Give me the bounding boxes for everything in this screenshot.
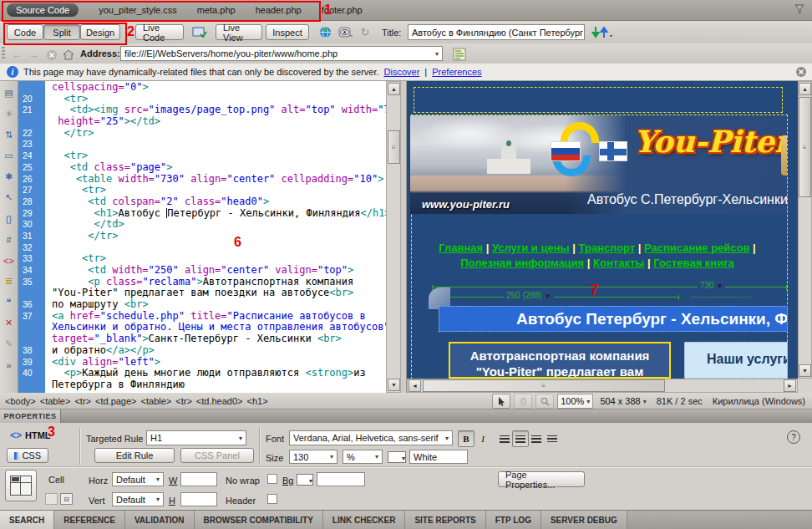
column-width-guide-250[interactable]	[437, 297, 679, 298]
live-view-options-icon[interactable]	[189, 24, 211, 40]
file-get-put-icons[interactable]	[588, 24, 617, 40]
italic-button[interactable]: I	[475, 430, 491, 447]
page-properties-button[interactable]: Page Properties...	[498, 471, 585, 487]
select-tool-icon[interactable]	[492, 394, 510, 409]
left-content-cell[interactable]: Автотранспортная компания "You-Piter" пр…	[449, 342, 671, 379]
remove-comment-icon[interactable]: ✕	[1, 313, 18, 333]
filter-funnel-icon[interactable]	[794, 3, 805, 15]
bg-color-field[interactable]	[317, 472, 365, 486]
magnification-combo[interactable]: 100%▾	[557, 394, 593, 409]
panel-tab-link-checker[interactable]: LINK CHECKER	[323, 511, 406, 529]
back-icon[interactable]: ←	[10, 47, 23, 63]
design-vertical-scrollbar[interactable]: ▲ ≡ ▼	[798, 81, 812, 379]
help-icon[interactable]: ?	[787, 430, 800, 444]
tag-selector-item[interactable]: <tr>	[74, 396, 91, 406]
unit-combo[interactable]: %▾	[343, 450, 383, 464]
inspect-eye-icon[interactable]	[336, 24, 356, 40]
bg-color-swatch[interactable]: ▾	[297, 474, 313, 486]
merge-cells-icon[interactable]	[45, 493, 58, 505]
address-input[interactable]: file:///E|/WebServers/home/you-piter/www…	[120, 46, 443, 61]
design-nav-link[interactable]: Услуги и цены	[492, 242, 570, 254]
address-dropdown-arrow[interactable]: ▾	[435, 50, 439, 58]
tag-selector-item[interactable]: <table>	[141, 396, 172, 406]
panel-tab-search[interactable]: SEARCH	[0, 511, 54, 529]
format-source-code-icon[interactable]: ✎	[1, 333, 18, 354]
no-wrap-checkbox[interactable]	[267, 474, 277, 484]
panel-tab-validation[interactable]: VALIDATION	[125, 511, 195, 529]
select-parent-tag-icon[interactable]: ↖	[1, 187, 18, 208]
tag-selector-item[interactable]: <tr>	[175, 396, 192, 406]
html-mode-button[interactable]: <> HTML	[10, 430, 51, 441]
collapse-full-tag-icon[interactable]: ⇅	[1, 125, 18, 145]
stop-icon[interactable]	[45, 47, 58, 63]
window-size-combo[interactable]: 504 x 388▾	[596, 394, 649, 409]
code-navigator-icon[interactable]: ✳	[1, 104, 18, 125]
design-nav-link[interactable]: Расписание рейсов	[644, 242, 749, 254]
line-numbers-icon[interactable]: #	[1, 229, 18, 250]
panel-tab-reference[interactable]: REFERENCE	[54, 511, 125, 529]
header-checkbox[interactable]	[267, 494, 277, 504]
css-panel-button[interactable]: CSS Panel	[180, 448, 254, 463]
discover-link[interactable]: Discover	[384, 67, 420, 77]
open-documents-icon[interactable]: ▤	[1, 83, 18, 104]
size-combo[interactable]: 130▾	[289, 450, 337, 464]
horz-combo[interactable]: Default▾	[112, 472, 164, 486]
split-view-divider[interactable]	[401, 81, 407, 393]
toolbar-grip[interactable]	[2, 47, 5, 60]
tag-selector-item[interactable]: <td.page>	[95, 396, 137, 406]
refresh-icon[interactable]: ↻	[358, 24, 373, 40]
tag-selector-item[interactable]: <td.head0>	[196, 396, 243, 406]
tag-selector-item[interactable]: <h1>	[247, 396, 268, 406]
design-horizontal-scrollbar[interactable]: ◄ ≡ ►	[407, 379, 798, 393]
text-color-swatch[interactable]: ▾	[388, 451, 406, 463]
targeted-rule-combo[interactable]: H1▾	[146, 430, 246, 445]
design-nav-link[interactable]: Главная	[439, 242, 483, 254]
preferences-link[interactable]: Preferences	[432, 67, 481, 77]
height-field[interactable]	[180, 492, 217, 506]
panel-tab-server-debug[interactable]: SERVER DEBUG	[541, 511, 627, 529]
highlight-invalid-code-icon[interactable]: <>	[1, 250, 18, 271]
split-cell-icon[interactable]: ⊟	[60, 493, 73, 505]
collapse-selection-icon[interactable]: ▭	[1, 145, 18, 166]
inspect-button[interactable]: Inspect	[266, 24, 309, 40]
properties-tab[interactable]: PROPERTIES	[0, 409, 61, 423]
code-editor[interactable]: cellspacing="0">20 <tr>21 <td><img src="…	[18, 81, 386, 393]
design-nav-link[interactable]: Транспорт	[579, 242, 636, 254]
align-right-icon[interactable]	[528, 430, 545, 447]
live-code-button[interactable]: Live Code	[135, 24, 184, 40]
more-icon[interactable]: »	[1, 354, 18, 375]
align-left-icon[interactable]	[496, 430, 513, 447]
close-info-icon[interactable]	[795, 66, 807, 78]
align-center-icon[interactable]	[512, 430, 529, 447]
tag-selector-item[interactable]: <body>	[5, 396, 36, 406]
preview-in-browser-globe-icon[interactable]	[316, 24, 334, 40]
hand-tool-icon[interactable]	[514, 394, 532, 409]
edit-rule-button[interactable]: Edit Rule	[94, 448, 175, 463]
text-color-value-field[interactable]: White	[409, 450, 468, 464]
page-title-input[interactable]: Автобус в Финляндию (Санкт Петербург - Х…	[408, 24, 585, 40]
balance-braces-icon[interactable]: {}	[1, 208, 18, 229]
bold-button[interactable]: B	[458, 430, 475, 447]
design-nav-link[interactable]: Гостевая книга	[653, 257, 734, 269]
panel-tab-ftp-log[interactable]: FTP LOG	[486, 511, 541, 529]
vert-combo[interactable]: Default▾	[112, 492, 164, 506]
home-icon[interactable]	[62, 47, 75, 63]
css-mode-button[interactable]: CSS	[7, 448, 48, 463]
expand-all-icon[interactable]: ✱	[1, 166, 18, 187]
zoom-tool-icon[interactable]	[535, 394, 554, 409]
design-nav-link[interactable]: Полезная информация	[460, 257, 584, 269]
code-vertical-scrollbar[interactable]: ▲ ≡ ▼	[386, 81, 401, 393]
design-nav-link[interactable]: Контакты	[593, 257, 644, 269]
panel-tab-browser-compatibility[interactable]: BROWSER COMPATIBILITY	[195, 511, 323, 529]
file-list-icon[interactable]	[451, 46, 468, 62]
table-width-guide-730[interactable]	[432, 287, 787, 287]
design-view[interactable]: You-Piter Автобус С.Петербург-Хельсинки …	[407, 81, 798, 379]
panel-tab-site-reports[interactable]: SITE REPORTS	[405, 511, 485, 529]
tag-selector-item[interactable]: <table>	[40, 396, 71, 406]
apply-comment-icon[interactable]: ❝	[1, 292, 18, 313]
syntax-error-alerts-icon[interactable]: ≣	[1, 271, 18, 292]
font-combo[interactable]: Verdana, Arial, Helvetica, sans-serif▾	[289, 430, 453, 445]
live-view-button[interactable]: Live View	[216, 24, 262, 40]
align-justify-icon[interactable]	[544, 430, 561, 447]
width-field[interactable]	[180, 472, 217, 486]
